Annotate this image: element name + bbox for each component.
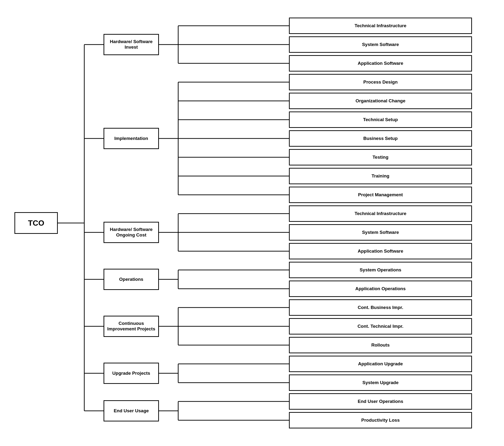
- level3-box-technical-infrastructure: Technical Infrastructure: [289, 205, 472, 222]
- level2-box-hw-invest: Hardware/ Software Invest: [104, 34, 159, 55]
- level3-box-cont.-technical-impr.: Cont. Technical Impr.: [289, 318, 472, 335]
- level3-box-system-operations: System Operations: [289, 262, 472, 278]
- level3-box-system-upgrade: System Upgrade: [289, 375, 472, 391]
- level3-box-testing: Testing: [289, 149, 472, 165]
- level3-box-application-upgrade: Application Upgrade: [289, 356, 472, 372]
- level3-box-training: Training: [289, 168, 472, 184]
- level2-box-operations: Operations: [104, 269, 159, 290]
- root-node: TCO: [15, 212, 58, 234]
- level3-box-end-user-operations: End User Operations: [289, 393, 472, 410]
- level3-box-technical-setup: Technical Setup: [289, 111, 472, 128]
- level2-box-cont-improve: Continuous Improvement Projects: [104, 316, 159, 337]
- level3-box-rollouts: Rollouts: [289, 337, 472, 353]
- level3-box-project-management: Project Management: [289, 187, 472, 203]
- level2-box-implementation: Implementation: [104, 128, 159, 149]
- level3-box-productivity-loss: Productivity Loss: [289, 412, 472, 428]
- level2-box-end-user: End User Usage: [104, 400, 159, 421]
- level3-box-process-design: Process Design: [289, 74, 472, 90]
- diagram-container: TCO Hardware/ Software InvestTechnical I…: [0, 0, 504, 446]
- tco-root-box: TCO: [15, 212, 58, 234]
- level3-box-technical-infrastructure: Technical Infrastructure: [289, 18, 472, 34]
- level3-box-system-software: System Software: [289, 36, 472, 53]
- level3-box-business-setup: Business Setup: [289, 130, 472, 147]
- level2-box-hw-ongoing: Hardware/ Software Ongoing Cost: [104, 222, 159, 243]
- level3-box-application-software: Application Software: [289, 243, 472, 259]
- level3-box-application-operations: Application Operations: [289, 281, 472, 297]
- level3-box-cont.-business-impr.: Cont. Business Impr.: [289, 299, 472, 316]
- level2-box-upgrade: Upgrade Projects: [104, 363, 159, 384]
- level3-box-system-software: System Software: [289, 224, 472, 241]
- level3-box-organizational-change: Organizational Change: [289, 93, 472, 109]
- level3-box-application-software: Application Software: [289, 55, 472, 71]
